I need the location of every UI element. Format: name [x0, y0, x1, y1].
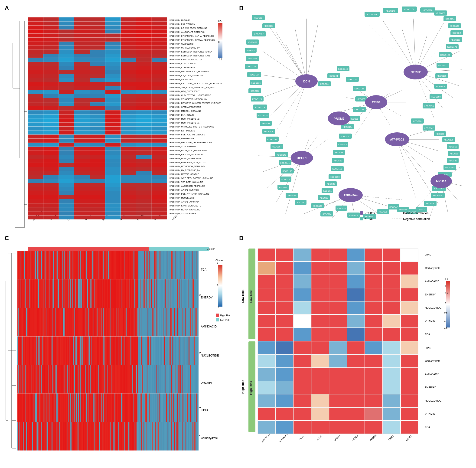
colorbar-max: 0.5 — [218, 20, 221, 23]
col-trib3: TRIB3 — [388, 435, 394, 441]
svg-text:KEGG128: KEGG128 — [247, 57, 257, 60]
svg-text:KEGG30: KEGG30 — [320, 83, 329, 85]
svg-text:HALLMARK_INFLAMMATORY_RESPONSE: HALLMARK_INFLAMMATORY_RESPONSE — [170, 70, 209, 73]
d-cell — [365, 249, 382, 261]
svg-text:KEGG174: KEGG174 — [445, 18, 454, 20]
svg-text:KEGG142: KEGG142 — [424, 127, 433, 129]
d-cell — [347, 355, 364, 367]
colorbar-c — [218, 265, 222, 307]
cluster-high-label: High Risk — [220, 314, 230, 317]
d-cell — [383, 421, 400, 434]
d-cell — [329, 381, 347, 394]
svg-text:KEGG44: KEGG44 — [389, 206, 398, 208]
d-cell — [401, 328, 418, 341]
svg-text:ATP6V1C2: ATP6V1C2 — [390, 138, 404, 141]
svg-line-86 — [306, 23, 318, 81]
legend-pcdg-label: PCDGs — [364, 211, 375, 215]
svg-text:HALLMARK_TGF_BETA_SIGNALING: HALLMARK_TGF_BETA_SIGNALING — [170, 181, 203, 183]
d-cell — [258, 315, 275, 327]
svg-text:KEGG59: KEGG59 — [449, 146, 457, 148]
d-cell — [347, 288, 364, 301]
d-cell — [383, 394, 400, 407]
svg-text:HALLMARK_IL2_STATS_SIGNALING: HALLMARK_IL2_STATS_SIGNALING — [170, 74, 203, 77]
d-cell — [258, 262, 275, 275]
legend-kegg-label: KEGG — [364, 217, 373, 221]
d-cell — [365, 288, 382, 301]
high-risk-bar — [28, 247, 149, 251]
svg-text:KEGG152: KEGG152 — [254, 33, 263, 35]
d-cell — [276, 275, 293, 288]
svg-text:KEGG167: KEGG167 — [249, 74, 259, 76]
d-cell — [365, 421, 382, 434]
d-cell — [365, 262, 382, 275]
d-cell — [311, 275, 329, 288]
svg-text:HALLMARK_DNA_REPAIR: HALLMARK_DNA_REPAIR — [170, 114, 194, 116]
d-row-label-7: TCA — [425, 333, 430, 336]
svg-text:HALLMARK_MYOGENESIS: HALLMARK_MYOGENESIS — [170, 197, 195, 199]
legend-pcdg-box — [360, 211, 363, 215]
d-cell — [276, 315, 293, 327]
sig-nucleotide: ** — [199, 352, 201, 355]
row-label-tca: TCA — [201, 268, 206, 271]
d-cell — [293, 301, 311, 314]
d-cell — [311, 262, 329, 275]
d-row-label-1: LIPID — [425, 253, 432, 256]
cb-d-0: 0 — [445, 302, 446, 305]
d-cell — [347, 262, 364, 275]
d-cell — [293, 355, 311, 367]
d-cell — [293, 262, 311, 275]
d-cell — [293, 341, 311, 354]
sig-carbohydrate: * — [199, 434, 200, 438]
svg-text:HALLMARK_G2M_CHECKPOINT: HALLMARK_G2M_CHECKPOINT — [170, 90, 200, 92]
d-cell — [329, 421, 347, 434]
d-cell — [401, 275, 418, 288]
svg-text:KEGG129: KEGG129 — [247, 41, 257, 44]
svg-text:KEGG15: KEGG15 — [246, 49, 255, 52]
d-cell — [311, 421, 329, 434]
row-label-aminoacid: AMINOACID — [201, 325, 217, 328]
d-cell — [293, 328, 311, 341]
d-cell — [365, 394, 382, 407]
d-cell — [311, 328, 329, 341]
svg-text:KEGG110: KEGG110 — [340, 135, 350, 137]
svg-text:HALLMARK_HEDGEHOG_SIGNALING: HALLMARK_HEDGEHOG_SIGNALING — [170, 165, 204, 167]
svg-text:KEGG143: KEGG143 — [313, 205, 322, 207]
svg-text:KEGG33: KEGG33 — [262, 122, 270, 125]
d-cell — [293, 368, 311, 381]
svg-text:TRIB3: TRIB3 — [372, 101, 381, 104]
svg-text:HALLMARK_MITOTIC_SPINDLE: HALLMARK_MITOTIC_SPINDLE — [170, 173, 199, 175]
cluster-label-header: Cluster — [207, 247, 215, 250]
d-cell — [329, 301, 347, 314]
cb-c-2: 2 — [217, 262, 218, 264]
svg-text:PROM2: PROM2 — [334, 117, 344, 120]
d-row-label-3: AMINOACID — [425, 280, 439, 283]
svg-text:KEGG171: KEGG171 — [404, 8, 414, 11]
d-cell — [329, 249, 347, 261]
svg-text:HALLMARK_COAGULATION: HALLMARK_COAGULATION — [170, 62, 196, 65]
col-atp6v0a4: ATP6V0A4 — [261, 433, 271, 443]
d-cell — [293, 408, 311, 420]
d-cell — [401, 421, 418, 434]
d-cell — [347, 421, 364, 434]
svg-text:KEGG163: KEGG163 — [282, 170, 292, 172]
svg-text:KEGG153: KEGG153 — [332, 168, 342, 170]
svg-text:KEGG26: KEGG26 — [320, 197, 328, 199]
low-risk-label: Low Risk — [241, 289, 245, 303]
cluster-low-label: Low Risk — [220, 319, 230, 322]
d-cell — [365, 368, 382, 381]
svg-line-81 — [286, 81, 306, 139]
colorbar-a — [218, 23, 222, 58]
d-cell — [329, 262, 347, 275]
d-cell — [401, 301, 418, 314]
legend-negative-label: Negative correlation — [403, 217, 430, 221]
d-row-label-13: VITAMIN — [425, 412, 435, 415]
d-cell — [401, 341, 418, 354]
svg-text:KEGG149: KEGG149 — [449, 25, 459, 27]
svg-text:HALLMARK_INTERFERON_ALPHA_RESP: HALLMARK_INTERFERON_ALPHA_RESPONSE — [170, 35, 214, 37]
svg-text:KEGG34: KEGG34 — [330, 75, 338, 77]
d-cell — [401, 355, 418, 367]
col-atp6v1c2: ATP6V1C2 — [279, 433, 288, 443]
svg-text:KEGG118: KEGG118 — [433, 194, 442, 197]
svg-text:HALLMARK_MYC_TARGETS_V2: HALLMARK_MYC_TARGETS_V2 — [170, 118, 200, 120]
high-risk-side-label: High Risk — [249, 381, 253, 395]
